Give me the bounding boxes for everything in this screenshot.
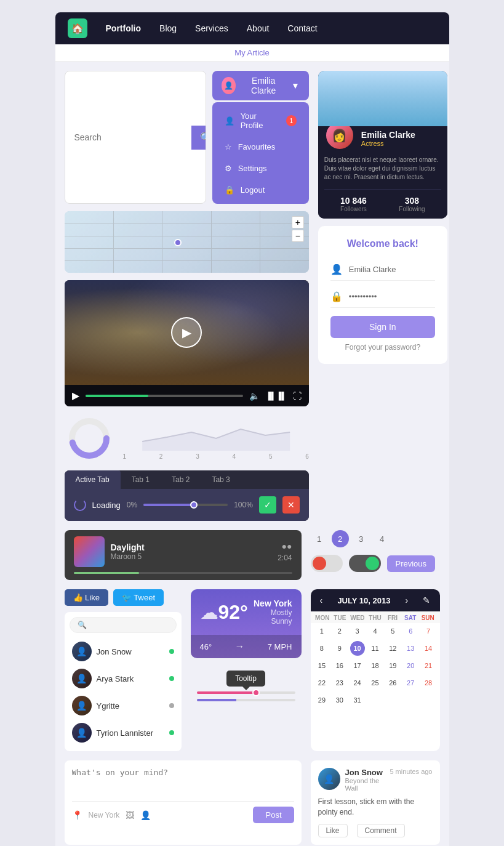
tab-active[interactable]: Active Tab — [65, 470, 121, 489]
comment-button[interactable]: Comment — [357, 824, 405, 837]
cal-day-17[interactable]: 17 — [350, 658, 365, 673]
confirm-button[interactable]: ✓ — [259, 496, 276, 514]
chat-avatar-arya: 👤 — [72, 669, 92, 688]
toggle-off[interactable] — [311, 555, 343, 572]
video-progress-fill — [86, 395, 149, 397]
page-1[interactable]: 1 — [311, 530, 328, 547]
calendar-edit-icon[interactable]: ✎ — [423, 595, 430, 605]
chat-user-tyrion[interactable]: 👤 Tyrion Lannister — [70, 719, 177, 746]
chat-user-ygritte[interactable]: 👤 Ygritte — [70, 692, 177, 719]
cal-day-9[interactable]: 9 — [332, 641, 347, 656]
menu-your-profile[interactable]: 👤 Your Profile 1 — [212, 105, 309, 136]
cal-day-29[interactable]: 29 — [314, 693, 329, 707]
cal-day-7[interactable]: 7 — [421, 624, 436, 639]
range-slider-purple[interactable] — [197, 699, 295, 701]
chat-name-tyrion: Tyrion Lannister — [97, 728, 164, 738]
cal-day-31[interactable]: 31 — [350, 693, 365, 707]
nav-services[interactable]: Services — [195, 23, 228, 33]
toggle-thumb-off — [313, 557, 326, 570]
bottom-row: 👍 Like 🐦 Tweet 🔍 👤 Jon Snow 👤 — [65, 589, 440, 751]
post-textarea[interactable] — [72, 768, 294, 799]
search-button[interactable]: 🔍 — [191, 126, 206, 150]
post-button[interactable]: Post — [253, 807, 294, 823]
cal-day-5[interactable]: 5 — [385, 624, 400, 639]
cal-day-21[interactable]: 21 — [421, 658, 436, 673]
chat-search-input[interactable] — [90, 621, 169, 629]
cal-day-8[interactable]: 8 — [314, 641, 329, 656]
calendar-grid: 1 2 3 4 5 6 7 8 9 10 11 12 13 14 15 — [311, 623, 440, 708]
cal-day-10[interactable]: 10 — [350, 641, 365, 656]
profile-info: 👩 Emilia Clarke Actress Duis placerat ni… — [318, 126, 447, 219]
toggle-on[interactable] — [349, 555, 381, 572]
map-zoom-in[interactable]: + — [292, 216, 304, 228]
cal-day-3[interactable]: 3 — [350, 624, 365, 639]
video-play-button[interactable]: ▶ — [171, 317, 202, 348]
username-input[interactable] — [349, 265, 452, 274]
tab-3[interactable]: Tab 3 — [201, 470, 241, 489]
location-icon[interactable]: 📍 — [72, 810, 82, 820]
cal-day-19[interactable]: 19 — [385, 658, 400, 673]
facebook-like-button[interactable]: 👍 Like — [65, 589, 108, 606]
page-3[interactable]: 3 — [353, 530, 370, 547]
menu-settings[interactable]: ⚙ Settings — [212, 158, 309, 179]
nav-portfolio[interactable]: Portfolio — [106, 23, 142, 33]
cal-day-28[interactable]: 28 — [421, 675, 436, 690]
calendar-prev-arrow[interactable]: ‹ — [320, 595, 323, 605]
nav-contact[interactable]: Contact — [287, 23, 317, 33]
feed-actions: Like Comment — [318, 824, 433, 837]
menu-favourites[interactable]: ☆ Favourites — [212, 136, 309, 158]
cal-day-26[interactable]: 26 — [385, 675, 400, 690]
cancel-button[interactable]: ✕ — [282, 496, 300, 514]
image-icon[interactable]: 🖼 — [126, 810, 134, 820]
page-2[interactable]: 2 — [332, 530, 349, 547]
range-slider-pink[interactable] — [197, 691, 295, 694]
music-progress-bar[interactable] — [74, 572, 292, 574]
cal-day-23[interactable]: 23 — [332, 675, 347, 690]
cal-day-22[interactable]: 22 — [314, 675, 329, 690]
cal-day-27[interactable]: 27 — [403, 675, 418, 690]
loading-slider[interactable] — [143, 504, 228, 506]
cal-day-24[interactable]: 24 — [350, 675, 365, 690]
cal-day-14[interactable]: 14 — [421, 641, 436, 656]
twitter-tweet-button[interactable]: 🐦 Tweet — [113, 589, 164, 606]
nav-blog[interactable]: Blog — [159, 23, 177, 33]
page-4[interactable]: 4 — [374, 530, 391, 547]
play-icon[interactable]: ▶ — [72, 390, 79, 401]
calendar-next-arrow[interactable]: › — [406, 595, 409, 605]
profile-dropdown-button[interactable]: 👤 Emilia Clarke ▼ — [212, 71, 309, 100]
tab-1[interactable]: Tab 1 — [121, 470, 161, 489]
cal-day-15[interactable]: 15 — [314, 658, 329, 673]
signin-button[interactable]: Sign In — [330, 316, 435, 338]
cal-day-empty1 — [367, 693, 382, 707]
cal-day-2[interactable]: 2 — [332, 624, 347, 639]
search-input[interactable] — [65, 126, 191, 148]
volume-icon[interactable]: 🔈 — [249, 391, 260, 401]
cal-day-12[interactable]: 12 — [385, 641, 400, 656]
tab-2[interactable]: Tab 2 — [161, 470, 201, 489]
home-icon[interactable]: 🏠 — [68, 18, 87, 38]
cal-day-20[interactable]: 20 — [403, 658, 418, 673]
cal-day-16[interactable]: 16 — [332, 658, 347, 673]
cal-day-11[interactable]: 11 — [367, 641, 382, 656]
user-tag-icon[interactable]: 👤 — [140, 810, 151, 820]
profile-name: Emilia Clarke — [361, 130, 415, 140]
password-input[interactable] — [349, 292, 452, 301]
like-button[interactable]: Like — [318, 824, 348, 837]
video-progress[interactable] — [86, 395, 243, 397]
previous-button[interactable]: Previous — [387, 555, 436, 572]
cal-day-18[interactable]: 18 — [367, 658, 382, 673]
cal-day-13[interactable]: 13 — [403, 641, 418, 656]
chat-user-jon[interactable]: 👤 Jon Snow — [70, 638, 177, 665]
map-zoom-out[interactable]: − — [292, 230, 304, 242]
cal-day-25[interactable]: 25 — [367, 675, 382, 690]
cal-day-1[interactable]: 1 — [314, 624, 329, 639]
cal-day-4[interactable]: 4 — [367, 624, 382, 639]
cal-day-6[interactable]: 6 — [403, 624, 418, 639]
more-options-icon[interactable]: ●● — [282, 541, 292, 551]
chat-user-arya[interactable]: 👤 Arya Stark — [70, 665, 177, 692]
fullscreen-icon[interactable]: ⛶ — [293, 391, 302, 401]
nav-about[interactable]: About — [247, 23, 270, 33]
cal-day-30[interactable]: 30 — [332, 693, 347, 707]
forgot-password-link[interactable]: Forgot your password? — [330, 343, 435, 352]
menu-logout[interactable]: 🔒 Logout — [212, 179, 309, 201]
